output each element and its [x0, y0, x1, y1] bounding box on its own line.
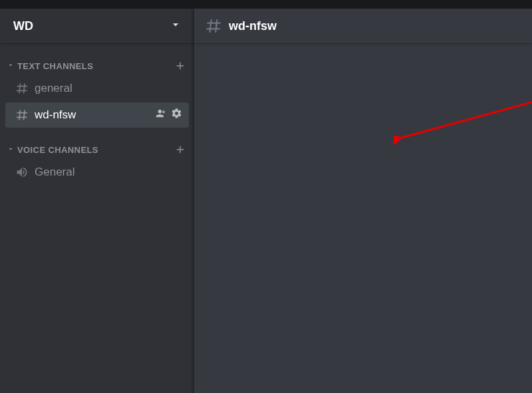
gear-icon[interactable]	[171, 108, 182, 122]
hash-icon	[205, 17, 222, 35]
app-body: WD TEXT CHANNELS	[0, 9, 532, 393]
category-label: TEXT CHANNELS	[17, 61, 93, 71]
channel-sidebar: WD TEXT CHANNELS	[0, 9, 194, 393]
server-name: WD	[13, 19, 33, 33]
channel-name: wd-nfsw	[35, 108, 150, 122]
category-label: VOICE CHANNELS	[17, 145, 98, 155]
category-header-voice[interactable]: VOICE CHANNELS	[0, 140, 194, 159]
channel-actions	[156, 108, 182, 122]
hash-icon	[15, 108, 29, 122]
chevron-down-icon	[7, 60, 15, 72]
category-toggle[interactable]: VOICE CHANNELS	[7, 144, 98, 156]
channel-name: general	[35, 82, 182, 95]
svg-line-0	[402, 102, 532, 138]
annotation-arrow	[394, 94, 532, 147]
speaker-icon	[15, 166, 29, 179]
channel-header: wd-nfsw	[194, 9, 532, 43]
text-channel-general[interactable]: general	[5, 76, 189, 101]
category-toggle[interactable]: TEXT CHANNELS	[7, 60, 93, 72]
main-content: wd-nfsw	[194, 9, 532, 393]
server-header-button[interactable]: WD	[0, 9, 194, 43]
hash-icon	[15, 82, 29, 95]
add-channel-button[interactable]	[174, 144, 186, 156]
channel-list: TEXT CHANNELS general	[0, 43, 194, 186]
chevron-down-icon	[7, 144, 15, 156]
app-window: WD TEXT CHANNELS	[0, 0, 532, 393]
channel-title: wd-nfsw	[229, 19, 277, 33]
chevron-down-icon	[169, 18, 182, 35]
channel-name: General	[35, 166, 182, 179]
create-invite-icon[interactable]	[156, 108, 167, 122]
category-header-text[interactable]: TEXT CHANNELS	[0, 57, 194, 75]
voice-channel-general[interactable]: General	[5, 160, 189, 185]
add-channel-button[interactable]	[174, 60, 186, 72]
text-channel-wd-nfsw[interactable]: wd-nfsw	[5, 102, 189, 128]
window-titlebar	[0, 0, 532, 9]
